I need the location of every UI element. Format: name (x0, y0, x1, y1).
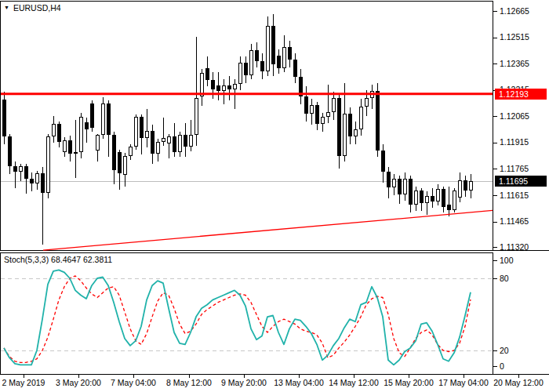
candle (404, 172, 407, 201)
candle (201, 69, 204, 106)
candle-body-down (118, 153, 122, 173)
candle (338, 95, 341, 169)
trend-line[interactable] (43, 210, 493, 250)
candle-body-down (409, 180, 413, 205)
stoch-tick-label: 0 (500, 361, 504, 371)
candle-body-up (311, 106, 314, 114)
candle-body-down (31, 180, 34, 183)
candle (146, 109, 149, 147)
candle (53, 116, 56, 143)
candle (47, 134, 50, 198)
time-axis[interactable]: 2 May 20193 May 20:007 May 04:008 May 12… (2, 375, 544, 387)
candle (349, 107, 352, 144)
candle (190, 120, 193, 151)
candle (382, 144, 385, 183)
candle-body-down (69, 141, 72, 154)
candle (289, 41, 292, 67)
candle (283, 35, 286, 72)
candle-body-up (250, 51, 253, 75)
candle-body-up (437, 190, 440, 201)
candle (267, 16, 270, 76)
candle-body-up (239, 64, 242, 84)
candle-body-down (228, 86, 231, 89)
candle-body-down (261, 62, 264, 71)
candle-body-down (464, 181, 467, 191)
candle-body-down (206, 69, 209, 80)
candle-body-down (85, 123, 89, 129)
candle-body-up (393, 180, 396, 187)
candle-body-up (365, 99, 369, 107)
candle-body-down (316, 106, 319, 124)
symbol-label-text: EURUSD,H4 (13, 3, 61, 13)
candle (245, 56, 248, 83)
candle (316, 102, 319, 130)
candle-body-up (64, 141, 67, 152)
candle-body-up (360, 107, 363, 129)
candle-body-up (327, 113, 330, 117)
candle (305, 86, 308, 122)
candle-body-up (404, 180, 407, 194)
candle (85, 118, 89, 143)
candle (409, 176, 413, 212)
chart-canvas[interactable]: 1.126651.125151.123651.122151.120651.119… (0, 0, 549, 392)
candle (333, 92, 336, 120)
time-tick-label: 17 May 04:00 (438, 378, 489, 387)
time-tick-label: 9 May 20:00 (221, 378, 267, 387)
candle (64, 137, 67, 157)
candle-body-up (234, 85, 237, 89)
candle-body-down (245, 64, 248, 75)
symbol-label[interactable]: ▼ EURUSD,H4 (4, 3, 61, 13)
candle-body-down (217, 86, 220, 91)
resistance-price-badge: 1.12193 (495, 89, 547, 100)
candle (31, 172, 34, 191)
candle (459, 172, 462, 202)
time-tick-label: 15 May 20:00 (384, 378, 434, 387)
candle-body-down (305, 97, 308, 114)
candle (96, 134, 100, 162)
candle-body-down (294, 60, 297, 77)
candle (228, 76, 231, 100)
candle (9, 134, 12, 174)
price-tick-label: 1.12065 (500, 111, 529, 121)
candle (42, 167, 45, 245)
candle-body-up (223, 86, 226, 91)
candle (426, 191, 429, 215)
candle-body-down (289, 48, 292, 60)
candle-body-up (426, 197, 429, 203)
candle-body-up (124, 157, 127, 175)
candle-body-down (272, 27, 275, 64)
chart-window: 1.126651.125151.123651.122151.120651.119… (0, 0, 549, 392)
candle (135, 114, 138, 150)
stoch-tick-label: 80 (500, 274, 509, 283)
stoch-tick-label: 100 (500, 256, 514, 265)
candle (464, 176, 467, 197)
candle-body-up (179, 136, 182, 152)
candle-body-up (53, 125, 56, 136)
stoch-axis[interactable]: 10080200 (493, 256, 514, 371)
candle-body-down (338, 99, 341, 156)
candle (162, 118, 165, 146)
candle (3, 92, 6, 144)
candle (179, 132, 182, 157)
candle-body-down (25, 167, 28, 179)
candle-body-up (195, 99, 198, 135)
candle-body-up (201, 74, 204, 96)
candle-body-up (157, 143, 160, 154)
price-axis[interactable]: 1.126651.125151.123651.122151.120651.119… (493, 6, 529, 252)
candle (102, 97, 105, 139)
candle-body-up (135, 118, 138, 147)
candle (25, 164, 28, 194)
candle (311, 99, 314, 125)
candle (157, 139, 160, 162)
chevron-down-icon[interactable]: ▼ (4, 4, 9, 12)
candle (195, 37, 198, 146)
candle-body-up (470, 182, 473, 191)
candle (431, 188, 434, 208)
candle-body-down (387, 172, 391, 187)
candle-body-up (283, 48, 286, 68)
candle (442, 187, 445, 212)
candle (261, 53, 264, 79)
candle (256, 42, 259, 67)
candle (14, 162, 17, 188)
candle (239, 56, 242, 90)
